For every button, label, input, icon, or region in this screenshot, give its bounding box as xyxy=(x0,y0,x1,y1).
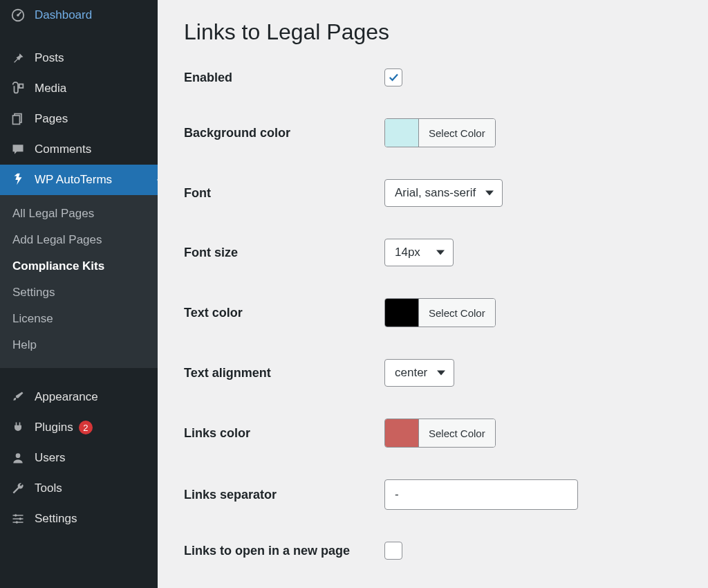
comment-icon xyxy=(10,141,26,158)
sidebar-item-label: Comments xyxy=(35,143,91,156)
sidebar-item-label: Settings xyxy=(35,512,77,526)
label-font-size: Font size xyxy=(184,246,384,260)
links-new-page-checkbox[interactable] xyxy=(384,542,402,560)
pin-icon xyxy=(10,50,26,66)
submenu-item-add-legal-pages[interactable]: Add Legal Pages xyxy=(0,227,158,253)
sidebar-item-tools[interactable]: Tools xyxy=(0,473,158,504)
sidebar-item-dashboard[interactable]: Dashboard xyxy=(0,0,158,30)
text-alignment-select[interactable]: center xyxy=(384,359,454,387)
row-font: Font Arial, sans-serif xyxy=(184,179,682,207)
media-icon xyxy=(10,80,26,97)
sidebar-item-appearance[interactable]: Appearance xyxy=(0,382,158,412)
sliders-icon xyxy=(10,511,26,527)
sidebar-item-comments[interactable]: Comments xyxy=(0,134,158,165)
sidebar-item-label: Appearance xyxy=(35,390,98,404)
submenu-item-compliance-kits[interactable]: Compliance Kits xyxy=(0,253,158,279)
sidebar-submenu: All Legal Pages Add Legal Pages Complian… xyxy=(0,195,158,368)
label-text-color: Text color xyxy=(184,306,384,320)
links-separator-input[interactable] xyxy=(384,479,578,510)
row-links-separator: Links separator xyxy=(184,479,682,510)
color-swatch xyxy=(385,299,418,327)
dashboard-icon xyxy=(10,7,26,24)
font-select[interactable]: Arial, sans-serif xyxy=(384,179,503,207)
sidebar-item-pages[interactable]: Pages xyxy=(0,104,158,134)
svg-point-6 xyxy=(15,514,17,516)
admin-sidebar: Dashboard Posts Media Pages Comments WP … xyxy=(0,0,158,588)
sidebar-item-posts[interactable]: Posts xyxy=(0,43,158,73)
label-font: Font xyxy=(184,186,384,201)
submenu-item-all-legal-pages[interactable]: All Legal Pages xyxy=(0,201,158,227)
sidebar-item-label: Tools xyxy=(35,481,62,495)
color-swatch xyxy=(385,419,418,447)
sidebar-item-settings[interactable]: Settings xyxy=(0,504,158,534)
label-enabled: Enabled xyxy=(184,71,384,85)
background-color-picker[interactable]: Select Color xyxy=(384,118,496,147)
select-color-button[interactable]: Select Color xyxy=(418,419,495,447)
plug-icon xyxy=(10,419,26,436)
links-color-picker[interactable]: Select Color xyxy=(384,419,496,448)
sidebar-item-label: Plugins xyxy=(35,421,73,434)
row-enabled: Enabled xyxy=(184,68,682,86)
pages-icon xyxy=(10,111,26,127)
main-content: Links to Legal Pages Enabled Background … xyxy=(158,0,708,588)
row-text-alignment: Text alignment center xyxy=(184,359,682,387)
label-text-alignment: Text alignment xyxy=(184,366,384,380)
sidebar-item-label: Dashboard xyxy=(35,8,92,22)
font-size-select[interactable]: 14px xyxy=(384,239,454,266)
select-color-button[interactable]: Select Color xyxy=(418,119,495,147)
row-font-size: Font size 14px xyxy=(184,239,682,266)
enabled-checkbox[interactable] xyxy=(384,68,402,86)
submenu-item-help[interactable]: Help xyxy=(0,332,158,358)
text-color-picker[interactable]: Select Color xyxy=(384,298,496,327)
row-background-color: Background color Select Color xyxy=(184,118,682,147)
sidebar-item-label: Pages xyxy=(35,112,68,126)
sidebar-item-wp-autoterms[interactable]: WP AutoTerms xyxy=(0,165,158,195)
svg-point-1 xyxy=(17,14,19,17)
page-title: Links to Legal Pages xyxy=(184,19,682,45)
label-links-color: Links color xyxy=(184,426,384,441)
submenu-item-settings[interactable]: Settings xyxy=(0,279,158,306)
svg-rect-4 xyxy=(13,116,20,125)
submenu-item-license[interactable]: License xyxy=(0,306,158,332)
select-color-button[interactable]: Select Color xyxy=(418,299,495,327)
shield-icon xyxy=(10,172,26,188)
sidebar-item-users[interactable]: Users xyxy=(0,443,158,473)
svg-point-7 xyxy=(19,517,21,520)
sidebar-item-media[interactable]: Media xyxy=(0,73,158,104)
brush-icon xyxy=(10,389,26,405)
svg-point-8 xyxy=(16,521,18,523)
color-swatch xyxy=(385,119,418,147)
svg-rect-2 xyxy=(19,84,24,89)
sidebar-item-label: Users xyxy=(35,451,65,465)
row-links-color: Links color Select Color xyxy=(184,419,682,448)
row-links-new-page: Links to open in a new page xyxy=(184,542,682,560)
sidebar-item-plugins[interactable]: Plugins 2 xyxy=(0,412,158,443)
sidebar-item-label: Media xyxy=(35,82,66,95)
svg-point-5 xyxy=(16,453,21,458)
label-links-separator: Links separator xyxy=(184,488,384,502)
sidebar-item-label: WP AutoTerms xyxy=(35,173,112,187)
user-icon xyxy=(10,450,26,466)
label-background-color: Background color xyxy=(184,126,384,140)
row-text-color: Text color Select Color xyxy=(184,298,682,327)
label-links-new-page: Links to open in a new page xyxy=(184,544,384,558)
sidebar-item-label: Posts xyxy=(35,51,64,65)
wrench-icon xyxy=(10,480,26,497)
update-badge: 2 xyxy=(79,421,93,434)
